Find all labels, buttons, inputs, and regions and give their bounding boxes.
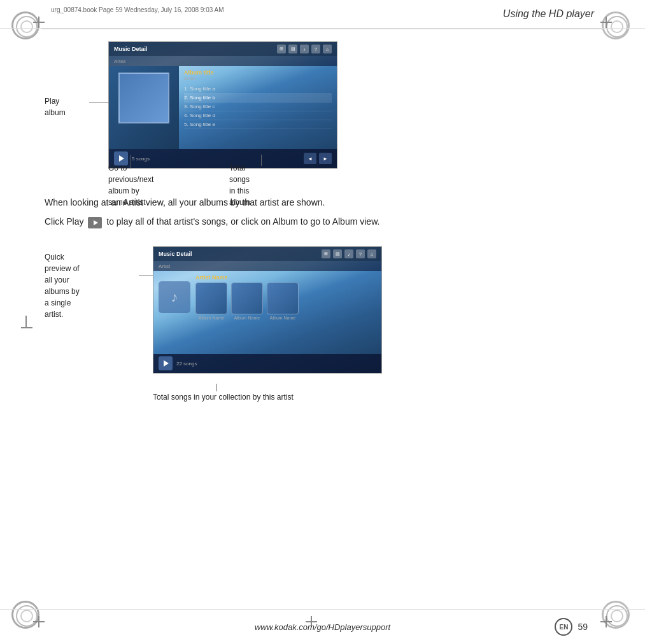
para2-prefix: Click Play — [45, 216, 83, 227]
screenshot2-image: Music Detail ⊞ ▤ ♪ ? ⌂ Artist ♪ — [153, 246, 382, 374]
screenshot1-image: Music Detail ⊞ ▤ ♪ ? ⌂ Artist — [108, 41, 337, 169]
page-footer: www.kodak.com/go/HDplayersupport EN 59 — [0, 609, 645, 644]
ss1-icon-4: ? — [311, 45, 320, 53]
ss1-songs-count: 5 songs — [132, 156, 150, 162]
ss1-breadcrumb-text: Artist — [114, 59, 125, 64]
play-album-label: Play album — [45, 95, 66, 118]
ss1-song-1: 1. Song title a — [184, 85, 332, 94]
crosshair-v-ml — [25, 316, 27, 327]
ss1-album-art — [109, 66, 179, 149]
screenshot1-container: Music Detail ⊞ ▤ ♪ ? ⌂ Artist — [108, 41, 337, 171]
para2-suffix: to play all of that artist's songs, or c… — [106, 216, 379, 227]
prev-next-line-v2 — [131, 166, 131, 169]
ss1-album-art-inner — [118, 73, 169, 123]
ss2-icon-5: ⌂ — [367, 249, 376, 258]
screenshot2-container: Music Detail ⊞ ▤ ♪ ? ⌂ Artist ♪ — [153, 246, 382, 375]
ss1-toolbar: Music Detail ⊞ ▤ ♪ ? ⌂ — [109, 42, 337, 56]
para1: When looking at an Artist view, all your… — [45, 195, 600, 209]
ss2-album-2: Album Name — [231, 283, 263, 320]
ss1-toolbar-icons: ⊞ ▤ ♪ ? ⌂ — [277, 45, 332, 53]
ss1-icon-3: ♪ — [300, 45, 309, 53]
ss1-prev-btn: ◄ — [304, 153, 316, 164]
ss2-icon-4: ? — [356, 249, 365, 258]
ss2-toolbar-icons: ⊞ ▤ ♪ ? ⌂ — [322, 249, 376, 258]
total-songs-artist-line-v — [216, 384, 217, 391]
annotation-quick-preview-container: Quickpreview ofall youralbums bya single… — [45, 251, 143, 320]
ss1-song-5: 5. Song title e — [184, 120, 332, 129]
inline-play-icon — [94, 220, 98, 225]
ss2-icon-1: ⊞ — [322, 249, 330, 258]
ss1-song-2: 2. Song title b — [184, 94, 332, 102]
main-content: Music Detail ⊞ ▤ ♪ ? ⌂ Artist — [45, 29, 600, 606]
play-album-line — [89, 102, 110, 102]
ss2-artist-icon: ♪ — [159, 281, 190, 313]
para2: Click Play to play all of that artist's … — [45, 214, 600, 228]
ss1-toolbar-title: Music Detail — [114, 46, 148, 52]
ss2-album-label-1: Album Name — [195, 316, 227, 320]
total-songs-artist-label: Total songs in your collection by this a… — [153, 393, 294, 402]
ss2-album-3: Album Name — [267, 283, 299, 320]
prev-next-line-v — [131, 155, 131, 166]
ss2-artist-albums: Album Name Album Name Album Name — [195, 283, 376, 320]
ss2-icon-3: ♪ — [344, 249, 353, 258]
ss1-icon-1: ⊞ — [277, 45, 286, 53]
ss1-next-btn: ► — [319, 153, 332, 164]
ss2-album-thumb-1 — [195, 283, 227, 314]
ss2-songs-count: 22 songs — [176, 361, 197, 367]
footer-url: www.kodak.com/go/HDplayersupport — [255, 622, 390, 632]
ss2-album-label-2: Album Name — [231, 316, 263, 320]
quick-preview-line-h — [139, 276, 153, 276]
ss2-play-icon — [164, 360, 169, 367]
text-section: When looking at an Artist view, all your… — [45, 195, 600, 234]
ss2-toolbar: Music Detail ⊞ ▤ ♪ ? ⌂ — [153, 247, 381, 261]
ss2-icon-2: ▤ — [333, 249, 342, 258]
ss1-song-3: 3. Song title c — [184, 102, 332, 111]
ss2-album-label-3: Album Name — [267, 316, 299, 320]
ss1-icon-2: ▤ — [288, 45, 297, 53]
ss2-bottom-bar: 22 songs — [153, 354, 381, 373]
ss2-artist-view: ♪ Artist Name Album Name Album Name — [153, 271, 381, 373]
ss2-artist-name: Artist Name — [195, 274, 376, 281]
inline-play-button — [88, 217, 102, 228]
ss2-album-thumb-3 — [267, 283, 299, 314]
page-number-area: EN 59 — [555, 618, 588, 636]
crosshair-h-ml — [21, 327, 32, 328]
ss1-song-4: 4. Song title d — [184, 111, 332, 120]
ss1-icon-5: ⌂ — [323, 45, 332, 53]
ss1-album-name: Album title — [184, 69, 332, 76]
ss1-album-info: Album title Artist — [184, 69, 332, 81]
ss1-nav-buttons: ◄ ► — [304, 153, 332, 164]
quick-preview-label: Quickpreview ofall youralbums bya single… — [45, 253, 80, 319]
ss2-artist-header: ♪ Artist Name Album Name Album Name — [153, 271, 381, 323]
ss2-breadcrumb-text: Artist — [159, 263, 170, 269]
ss2-breadcrumb: Artist — [153, 261, 381, 271]
ss1-play-icon — [119, 155, 124, 162]
annotation-total-songs-artist-container: Total songs in your collection by this a… — [153, 384, 294, 402]
ss2-toolbar-title: Music Detail — [159, 251, 192, 257]
ss2-artist-info: Artist Name Album Name Album Name — [195, 274, 376, 320]
ss1-artist-name: Artist — [184, 76, 332, 81]
page-title: Using the HD player — [503, 8, 594, 20]
ss2-play-button — [159, 356, 173, 370]
ss2-album-thumb-2 — [231, 283, 263, 314]
ss1-breadcrumb: Artist — [109, 56, 337, 66]
ss2-album-1: Album Name — [195, 283, 227, 320]
total-songs-line-v — [261, 155, 262, 166]
page-header: Using the HD player — [0, 0, 645, 29]
en-badge: EN — [555, 618, 572, 636]
page-number: 59 — [578, 622, 588, 632]
